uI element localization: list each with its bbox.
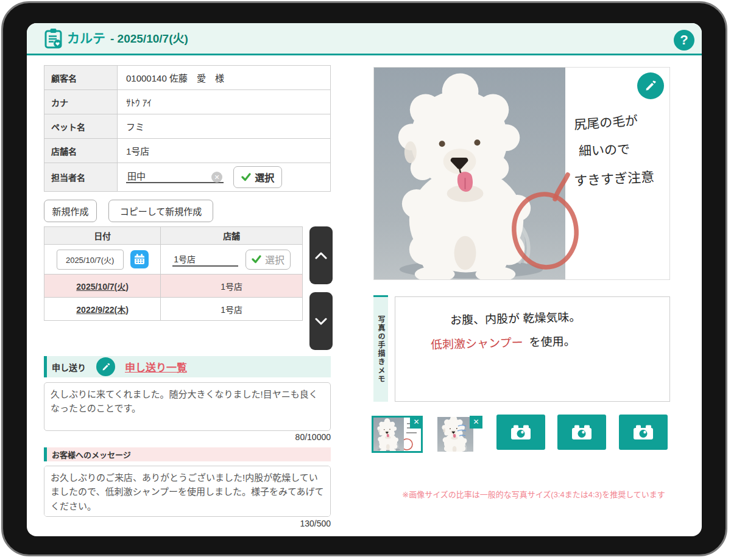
date-input[interactable] [57,250,124,270]
history-store-value: 1号店 [161,275,303,298]
add-photo-button[interactable] [557,415,606,450]
scroll-up-button[interactable] [309,226,333,284]
history-date-link[interactable]: 2025/10/7(火) [76,282,129,292]
table-row: 担当者名 ✕ 選択 [44,163,331,192]
store-select-button[interactable]: 選択 [245,250,291,270]
app-window: カルテ- 2025/10/7(火) ? 顧客名 01000140 佐藤 愛 様 … [27,23,702,536]
store-column-header: 店舗 [161,227,303,245]
page-title-date: - 2025/10/7(火) [110,32,188,45]
copy-create-new-button[interactable]: コピーして新規作成 [108,200,213,222]
memo-text-red: 低刺激シャンプー [431,336,523,351]
customer-message-section-header: お客様へのメッセージ [44,447,331,461]
app-header: カルテ- 2025/10/7(火) ? [27,23,702,55]
moshiokuri-textarea[interactable]: 久しぶりに来てくれました。随分大きくなりました!目ヤニも良くなったとのことです。 [44,382,331,431]
table-row: カナ ｻﾄｳ ｱｲ [44,90,331,114]
table-row: 店舗名 1号店 [44,139,331,163]
photo-thumbnail-selected[interactable]: ✕ [372,416,423,453]
camera-icon [510,424,531,440]
close-icon: ✕ [473,418,479,426]
staff-select-label: 選択 [255,170,274,184]
pet-photo [374,68,565,279]
karte-history-table: 日付 店舗 [44,226,303,321]
chevron-down-icon [315,318,327,325]
moshiokuri-char-counter: 80/10000 [44,432,331,442]
memo-text-black: を使用。 [529,335,576,349]
help-button[interactable]: ? [674,30,694,51]
add-photo-button[interactable] [619,415,668,450]
pet-name-value: フミ [118,114,331,139]
pencil-icon [101,362,111,372]
store-name-value: 1号店 [118,139,331,163]
history-row: 2022/9/22(木) 1号店 [44,298,303,321]
message-char-counter: 130/500 [44,519,331,528]
thumbnail-blue-notes [437,417,473,452]
store-name-label: 店舗名 [44,139,118,163]
accent-bar [44,447,47,461]
camera-icon [571,424,592,440]
handwriting-line: 尻尾の毛が [573,108,669,133]
thumbnail-pet-photo [373,418,404,451]
memo-handwriting-line: お腹、内股が 乾燥気味。 [450,307,581,327]
calendar-icon [133,253,146,265]
page: カルテ- 2025/10/7(火) ? 顧客名 01000140 佐藤 愛 様 … [0,0,731,560]
remove-photo-button[interactable]: ✕ [470,416,482,429]
editor-row: 選択 [44,245,303,275]
remove-photo-button[interactable]: ✕ [410,416,423,429]
table-header-row: 日付 店舗 [44,227,303,245]
memo-text-black: お腹、内股が 乾燥気味。 [450,310,581,327]
staff-name-input[interactable] [126,169,224,183]
add-photo-button[interactable] [496,415,545,450]
accent-bar [44,356,47,377]
handwriting-line: すきすぎ注意 [573,165,668,189]
pencil-icon [644,79,657,93]
history-store-value: 1号店 [161,298,303,321]
customer-form-table: 顧客名 01000140 佐藤 愛 様 カナ ｻﾄｳ ｱｲ ペット名 フミ 店舗… [44,65,331,192]
memo-handwriting-line: 低刺激シャンプーを使用。 [431,332,576,352]
date-column-header: 日付 [44,227,161,245]
photo-thumbnail[interactable]: ✕ [437,417,473,452]
page-title-text: カルテ [67,31,105,45]
photo-memo-canvas[interactable]: お腹、内股が 乾燥気味。 低刺激シャンプーを使用。 [395,296,670,402]
scroll-down-button[interactable] [309,292,333,350]
handwriting-line: 細いので [579,138,674,159]
customer-name-value: 01000140 佐藤 愛 様 [118,66,331,90]
photo-edit-button[interactable] [637,72,664,99]
moshiokuri-list-link[interactable]: 申し送り一覧 [125,359,187,374]
customer-message-textarea[interactable]: お久しぶりのご来店、ありがとうございました!内股が乾燥していましたので、低刺激シ… [44,466,331,517]
main-photo-canvas[interactable]: 尻尾の毛が 細いので すきすぎ注意 [373,67,670,280]
table-row: 顧客名 01000140 佐藤 愛 様 [44,66,331,90]
store-input[interactable] [172,252,238,267]
calendar-button[interactable] [130,250,149,268]
history-row-selected: 2025/10/7(火) 1号店 [44,275,303,298]
photo-handwriting-note: 尻尾の毛が 細いので すきすぎ注意 [574,111,668,197]
kana-value: ｻﾄｳ ｱｲ [118,90,331,114]
staff-select-button[interactable]: 選択 [233,166,282,188]
moshiokuri-title: 申し送り [52,361,86,373]
customer-message-title: お客様へのメッセージ [52,449,131,460]
staff-name-label: 担当者名 [44,163,118,192]
pet-name-label: ペット名 [44,114,118,139]
history-date-link[interactable]: 2022/9/22(木) [76,305,129,315]
check-icon [252,255,261,264]
store-select-label: 選択 [265,252,284,267]
create-new-button[interactable]: 新規作成 [44,200,97,222]
close-icon: ✕ [413,418,419,426]
page-title: カルテ- 2025/10/7(火) [67,23,188,54]
moshiokuri-section-header: 申し送り 申し送り一覧 [44,356,331,377]
check-icon [241,173,251,181]
image-size-recommendation-note: ※画像サイズの比率は一般的な写真サイズ(3:4または4:3)を推奨しています [366,488,702,500]
customer-name-label: 顧客名 [44,66,118,90]
kana-label: カナ [44,90,118,114]
moshiokuri-edit-button[interactable] [96,357,115,376]
question-icon: ? [680,32,688,47]
photo-memo-vertical-label: 写真の手描きメモ [373,295,388,402]
chevron-up-icon [315,252,327,259]
chart-clipboard-icon [44,28,63,51]
camera-icon [633,424,654,440]
table-row: ペット名 フミ [44,114,331,139]
